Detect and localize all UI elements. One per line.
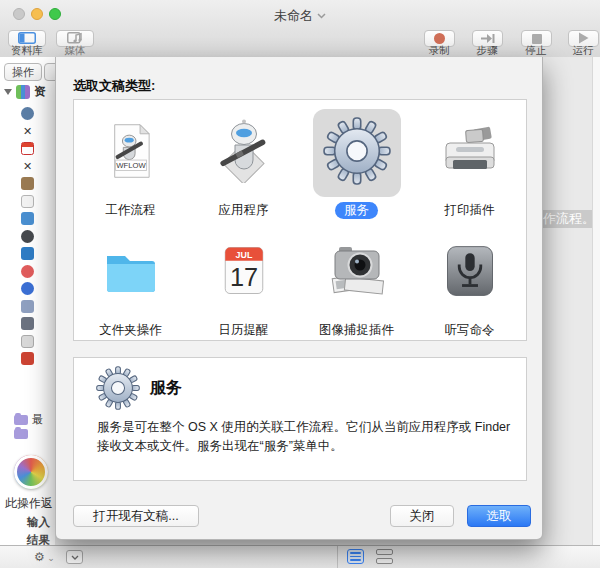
keynote-icon[interactable]: [21, 247, 34, 260]
service-icon: [323, 117, 391, 189]
close-button[interactable]: 关闭: [390, 505, 454, 527]
library-tree-label: 资: [34, 84, 46, 99]
tab-actions[interactable]: 操作: [4, 63, 42, 81]
window-title: 未命名: [0, 7, 600, 25]
pdf-icon[interactable]: [21, 352, 34, 365]
type-workflow[interactable]: WFLOW 工作流程: [74, 100, 187, 220]
type-image-capture-plugin[interactable]: 图像捕捉插件: [300, 220, 413, 340]
application-icon: [212, 119, 276, 187]
choose-button[interactable]: 选取: [467, 505, 531, 527]
library-button-label: 资料库: [4, 44, 50, 58]
smart-folder-label: 最: [32, 412, 43, 427]
svg-text:JUL: JUL: [235, 250, 252, 260]
info-row-label: 输入: [27, 515, 50, 530]
list-view-toggle[interactable]: [347, 549, 364, 564]
automator-window: 未命名 资料库 媒体 录制 步骤 停止: [0, 0, 600, 568]
action-info-icon: [14, 455, 48, 489]
smart-folder-row[interactable]: [14, 429, 28, 439]
x-icon[interactable]: ✕: [21, 160, 34, 173]
library-sidebar: 操作 资 ✕✕ 最 此操作返 输入 结果 版本 网站 版权: [0, 57, 55, 545]
type-service[interactable]: 服务: [300, 100, 413, 220]
dictation-icon: [440, 241, 500, 305]
run-button-label: 运行: [564, 44, 600, 58]
choose-document-type-sheet: 选取文稿类型: WFLOW 工作流程: [55, 57, 543, 540]
canvas-scrollbar[interactable]: [592, 57, 600, 545]
contacts-icon[interactable]: [21, 177, 34, 190]
library-tree-item[interactable]: 资: [4, 84, 46, 99]
type-application[interactable]: 应用程序: [187, 100, 300, 220]
type-description-title: 服务: [150, 378, 182, 399]
smart-folder-icon: [14, 415, 28, 425]
smart-folder-icon: [14, 429, 28, 439]
disclosure-triangle-icon[interactable]: [4, 89, 12, 95]
type-folder-action[interactable]: 文件夹操作: [74, 220, 187, 340]
workflow-icon: WFLOW: [102, 119, 160, 187]
status-bar: ⚙ ⌄: [0, 545, 600, 568]
type-label: 听写命令: [445, 322, 495, 339]
rows-view-toggle[interactable]: [376, 549, 393, 564]
smart-folder-row[interactable]: 最: [14, 412, 43, 427]
type-print-plugin[interactable]: 打印插件: [413, 100, 526, 220]
calendar-icon[interactable]: [21, 142, 34, 155]
document-type-grid: WFLOW 工作流程 应用程序: [73, 99, 527, 341]
document-icon[interactable]: [21, 195, 34, 208]
type-description-panel: 服务 服务是可在整个 OS X 使用的关联工作流程。它们从当前应用程序或 Fin…: [73, 357, 527, 481]
type-label: 图像捕捉插件: [319, 322, 394, 339]
sheet-prompt: 选取文稿类型:: [73, 77, 155, 95]
action-description-text: 此操作返: [5, 495, 53, 512]
type-label: 应用程序: [219, 202, 269, 219]
type-label: 工作流程: [106, 202, 156, 219]
type-calendar-alarm[interactable]: JUL 17 日历提醒: [187, 220, 300, 340]
media-button-label: 媒体: [56, 44, 94, 58]
statusbar-divider: [337, 546, 338, 568]
stop-button-label: 停止: [517, 44, 555, 58]
type-dictation-command[interactable]: 听写命令: [413, 220, 526, 340]
print-plugin-icon: [438, 119, 502, 187]
titlebar-toolbar: 未命名 资料库 媒体 录制 步骤 停止: [0, 0, 600, 58]
collapse-panel-button[interactable]: [66, 550, 83, 564]
film-icon[interactable]: [21, 317, 34, 330]
type-label: 文件夹操作: [99, 322, 162, 339]
chevron-down-icon[interactable]: [317, 7, 326, 22]
compass-icon[interactable]: [21, 282, 34, 295]
globe-icon[interactable]: [21, 107, 34, 120]
text-icon[interactable]: [21, 335, 34, 348]
open-existing-document-button[interactable]: 打开现有文稿...: [73, 505, 199, 527]
svg-text:WFLOW: WFLOW: [116, 161, 146, 170]
paint-icon[interactable]: [21, 212, 34, 225]
type-label: 打印插件: [445, 202, 495, 219]
canvas-placeholder-text: 作流程。: [543, 210, 593, 228]
service-gear-icon: [96, 366, 140, 410]
calendar-alarm-icon: JUL 17: [214, 239, 274, 307]
step-button-label: 步骤: [468, 44, 506, 58]
x-icon[interactable]: ✕: [21, 125, 34, 138]
gear-menu-button[interactable]: ⚙ ⌄: [34, 550, 55, 564]
clock-icon[interactable]: [21, 230, 34, 243]
music-icon[interactable]: [21, 265, 34, 278]
image-capture-icon: [325, 239, 389, 307]
photos-icon[interactable]: [21, 300, 34, 313]
record-icon: [434, 33, 445, 44]
type-label: 日历提醒: [219, 322, 269, 339]
record-button-label: 录制: [420, 44, 458, 58]
folder-action-icon: [99, 239, 163, 307]
category-icon-strip: ✕✕: [21, 107, 34, 365]
svg-text:17: 17: [229, 263, 257, 291]
type-description-text: 服务是可在整个 OS X 使用的关联工作流程。它们从当前应用程序或 Finder…: [97, 418, 517, 456]
type-label: 服务: [335, 202, 378, 219]
library-icon: [16, 85, 30, 99]
stop-icon: [532, 34, 542, 44]
